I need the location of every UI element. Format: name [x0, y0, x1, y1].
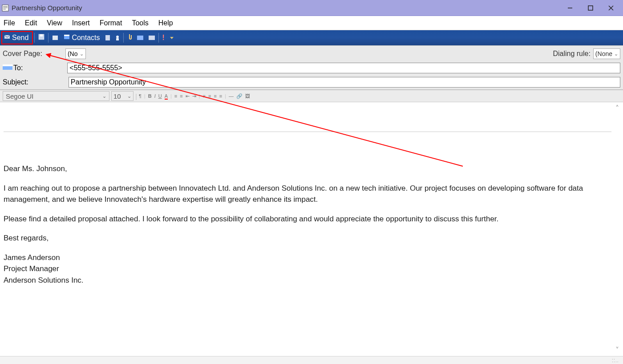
font-size-value: 10: [113, 92, 121, 100]
status-bar: ............: [0, 356, 623, 364]
resize-grip-icon[interactable]: ............: [612, 357, 622, 364]
title-bar: Partnership Opportunity: [0, 0, 623, 16]
body-paragraph-2: Please find a detailed proposal attached…: [4, 213, 611, 225]
menu-help[interactable]: Help: [158, 19, 173, 27]
scroll-down-icon[interactable]: ˅: [615, 346, 619, 354]
align-right-button[interactable]: ≡: [214, 93, 216, 99]
svg-rect-21: [3, 64, 12, 66]
dialing-rule-value: (None: [595, 50, 612, 57]
font-family-select[interactable]: Segoe UI ⌄: [3, 91, 109, 101]
menu-insert[interactable]: Insert: [72, 19, 90, 27]
svg-rect-18: [149, 36, 155, 40]
svg-rect-11: [53, 36, 58, 40]
toolbar-icon-d[interactable]: [146, 36, 158, 40]
svg-rect-3: [3, 9, 6, 9]
toolbar-icon-b[interactable]: [113, 35, 122, 40]
send-button[interactable]: Send: [1, 31, 33, 44]
contacts-label: Contacts: [72, 34, 100, 42]
save-button[interactable]: [36, 34, 47, 42]
svg-rect-5: [588, 6, 593, 10]
message-body[interactable]: Dear Ms. Johnson, I am reaching out to p…: [4, 106, 611, 354]
chevron-down-icon: ⌄: [614, 51, 618, 57]
body-greeting: Dear Ms. Johnson,: [4, 163, 611, 175]
svg-rect-13: [64, 35, 69, 36]
toolbar-icon-a[interactable]: [103, 35, 113, 40]
contacts-icon: [64, 34, 70, 42]
signature-company: Anderson Solutions Inc.: [4, 275, 611, 286]
contacts-icon: [3, 64, 12, 72]
menu-edit[interactable]: Edit: [25, 19, 37, 27]
outdent-button[interactable]: ⇤: [186, 93, 190, 99]
menu-file[interactable]: File: [4, 19, 15, 27]
align-center-button[interactable]: ≡: [208, 93, 211, 99]
format-toolbar: Segoe UI ⌄ 10 ⌄ | ¶ | B I U A | ≡ ≡ ⇤ ⇥ …: [0, 90, 623, 102]
svg-rect-14: [105, 35, 110, 40]
address-book-icon[interactable]: [49, 35, 61, 41]
priority-button[interactable]: !: [160, 34, 167, 42]
svg-rect-2: [3, 8, 8, 8]
header-fields: Cover Page: (No ⌄ Dialing rule: (None ⌄ …: [0, 45, 623, 90]
body-closing: Best regards,: [4, 232, 611, 244]
font-color-button[interactable]: A: [165, 93, 168, 99]
signature-name: James Anderson: [4, 252, 611, 264]
image-button[interactable]: 🖼: [245, 93, 250, 99]
signature-title: Project Manager: [4, 263, 611, 275]
paragraph-icon[interactable]: ¶: [139, 93, 142, 99]
close-button[interactable]: [601, 1, 621, 15]
maximize-button[interactable]: [580, 1, 601, 15]
subject-label: Subject:: [3, 78, 28, 86]
coverpage-select[interactable]: (No ⌄: [65, 48, 86, 59]
attach-button[interactable]: [125, 34, 134, 42]
dialing-rule-select[interactable]: (None ⌄: [593, 48, 620, 59]
body-paragraph-1: I am reaching out to propose a partnersh…: [4, 183, 611, 205]
to-input[interactable]: [67, 63, 620, 73]
app-icon: [2, 4, 9, 12]
italic-button[interactable]: I: [154, 93, 156, 99]
send-label: Send: [12, 34, 28, 42]
scroll-up-icon[interactable]: ˄: [615, 104, 619, 112]
minimize-button[interactable]: [560, 1, 580, 15]
menu-view[interactable]: View: [47, 19, 62, 27]
chevron-down-icon: ⌄: [102, 93, 106, 99]
bold-button[interactable]: B: [148, 93, 152, 99]
menu-bar: File Edit View Insert Format Tools Help: [0, 16, 623, 30]
align-left-button[interactable]: ≡: [203, 93, 206, 99]
menu-format[interactable]: Format: [100, 19, 122, 27]
contacts-button[interactable]: Contacts: [61, 34, 102, 42]
message-editor[interactable]: Dear Ms. Johnson, I am reaching out to p…: [0, 102, 623, 356]
vertical-scrollbar[interactable]: ˄ ˅: [613, 104, 621, 354]
dropdown-arrow-icon[interactable]: [167, 36, 176, 40]
main-toolbar: Send Contacts !: [0, 30, 623, 45]
coverpage-label: Cover Page:: [3, 50, 42, 58]
send-icon: [4, 34, 10, 42]
to-label: To:: [13, 64, 23, 72]
menu-tools[interactable]: Tools: [132, 19, 148, 27]
coverpage-value: (No: [68, 50, 78, 57]
list-bulleted-button[interactable]: ≡: [180, 93, 182, 99]
window-title: Partnership Opportunity: [12, 4, 82, 12]
exclamation-icon: !: [162, 34, 165, 42]
svg-rect-17: [137, 36, 143, 40]
align-justify-button[interactable]: ≡: [219, 93, 222, 99]
paperclip-icon: [127, 34, 132, 42]
font-family-value: Segoe UI: [6, 92, 34, 100]
to-button[interactable]: To:: [3, 64, 23, 72]
divider: [4, 132, 611, 132]
svg-point-15: [116, 36, 119, 38]
svg-rect-16: [116, 38, 119, 40]
indent-button[interactable]: ⇥: [192, 93, 196, 99]
svg-marker-19: [170, 37, 174, 39]
underline-button[interactable]: U: [158, 93, 162, 99]
chevron-down-icon: ⌄: [127, 93, 131, 99]
hr-button[interactable]: —: [229, 93, 234, 99]
save-icon: [38, 34, 44, 42]
toolbar-icon-c[interactable]: [134, 36, 146, 40]
chevron-down-icon: ⌄: [80, 51, 84, 57]
svg-rect-10: [40, 34, 43, 36]
svg-rect-1: [3, 6, 8, 7]
link-button[interactable]: 🔗: [236, 93, 243, 99]
list-numbered-button[interactable]: ≡: [174, 93, 177, 99]
font-size-select[interactable]: 10 ⌄: [111, 91, 134, 101]
subject-input[interactable]: [69, 77, 620, 88]
dialing-rule-label: Dialing rule:: [553, 50, 590, 58]
